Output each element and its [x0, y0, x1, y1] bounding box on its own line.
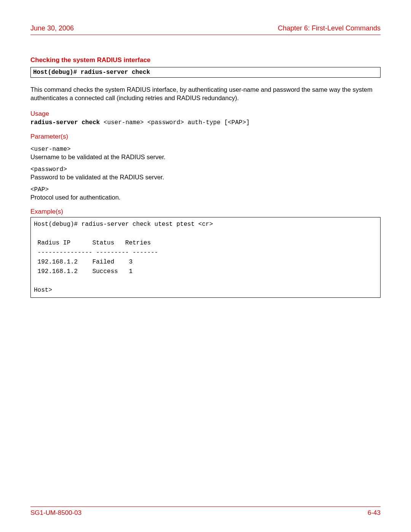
section-title: Checking the system RADIUS interface: [30, 56, 381, 64]
usage-syntax: radius-server check <user-name> <passwor…: [30, 119, 381, 126]
usage-heading: Usage: [30, 110, 381, 118]
usage-command-bold: radius-server check: [30, 119, 100, 126]
param-desc: Protocol used for authentication.: [30, 194, 381, 201]
param-name: <password>: [30, 166, 381, 173]
footer-docid: SG1-UM-8500-03: [30, 509, 81, 517]
param-name: <PAP>: [30, 186, 381, 193]
page-footer: SG1-UM-8500-03 6-43: [30, 506, 381, 517]
example-output: Host(debug)# radius-server check utest p…: [30, 217, 381, 298]
header-date: June 30, 2006: [30, 24, 74, 32]
footer-pagenum: 6-43: [368, 509, 381, 517]
param-desc: Password to be validated at the RADIUS s…: [30, 174, 381, 181]
usage-command-args: <user-name> <password> auth-type [<PAP>]: [100, 119, 250, 126]
param-name: <user-name>: [30, 146, 381, 153]
examples-heading: Example(s): [30, 208, 381, 216]
param-desc: Username to be validated at the RADIUS s…: [30, 153, 381, 161]
command-box: Host(debug)# radius-server check: [30, 67, 381, 78]
section-description: This command checks the system RADIUS in…: [30, 85, 381, 102]
parameters-heading: Parameter(s): [30, 133, 381, 141]
header-chapter: Chapter 6: First-Level Commands: [278, 24, 381, 32]
page-header: June 30, 2006 Chapter 6: First-Level Com…: [30, 24, 381, 35]
page-body: June 30, 2006 Chapter 6: First-Level Com…: [0, 0, 411, 298]
